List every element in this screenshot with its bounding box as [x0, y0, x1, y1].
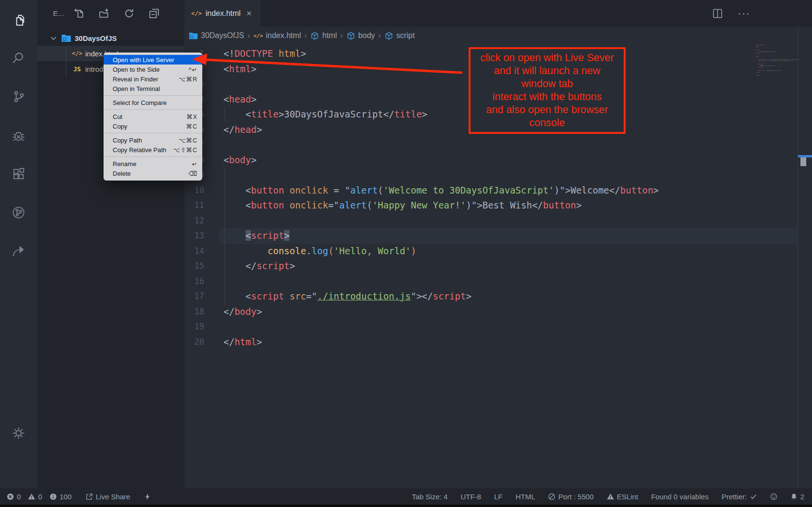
status-item-live-share[interactable]: Live Share	[86, 493, 131, 501]
line-number[interactable]: 19	[184, 319, 204, 335]
breadcrumb-label: script	[396, 31, 415, 40]
cube-icon	[310, 31, 319, 40]
status-item-notifications[interactable]: 2	[790, 493, 804, 501]
line-number[interactable]: 11	[184, 198, 204, 213]
status-item-lightning[interactable]	[144, 493, 151, 500]
activity-item-search[interactable]	[0, 43, 37, 72]
menu-item-shortcut: ⌫	[188, 170, 197, 177]
status-item-found-variables[interactable]: Found 0 variables	[651, 493, 708, 501]
activity-item-explorer[interactable]	[0, 5, 37, 34]
activity-item-gitlens[interactable]	[0, 198, 37, 227]
menu-item-label: Open to the Side	[113, 66, 160, 73]
menu-item-select-for-compare[interactable]: Select for Compare	[104, 98, 202, 107]
code-line-17[interactable]: 17 <script src="./introduction.js"></scr…	[184, 289, 798, 304]
scrollbar-thumb[interactable]	[800, 157, 806, 166]
menu-item-cut[interactable]: Cut ⌘X	[104, 112, 202, 121]
status-label: HTML	[515, 493, 535, 501]
line-number[interactable]: 15	[184, 259, 204, 274]
status-label: 0	[17, 493, 21, 501]
status-item-prettier[interactable]: Prettier:	[721, 493, 757, 501]
status-item-feedback-smiley[interactable]	[770, 493, 777, 500]
indent-guide	[224, 168, 225, 183]
activity-item-share[interactable]	[0, 236, 37, 265]
code-line-13[interactable]: 13 <script>	[184, 228, 798, 244]
chevron-down-icon[interactable]	[50, 34, 57, 42]
breadcrumb-item-30daysofjs[interactable]: 30DaysOfJS	[189, 31, 244, 40]
code-line-10[interactable]: 10 <button onclick = "alert('Welcome to …	[184, 183, 798, 198]
line-number[interactable]: 16	[184, 274, 204, 289]
status-item-tab-size[interactable]: Tab Size: 4	[412, 493, 447, 501]
folder-row-30DaysOfJS[interactable]: 30DaysOfJS	[37, 30, 184, 46]
code-line-12[interactable]: 12	[184, 213, 798, 229]
collapse-all-icon[interactable]	[149, 8, 160, 20]
menu-item-open-with-live-server[interactable]: Open with Live Server	[104, 55, 202, 65]
menu-item-shortcut: ⌥⇧⌘C	[173, 146, 197, 154]
annotation-line: and it will launch a new	[471, 65, 624, 78]
menu-item-copy[interactable]: Copy ⌘C	[104, 121, 202, 131]
menu-item-copy-path[interactable]: Copy Path ⌥⌘C	[104, 135, 202, 145]
line-number[interactable]: 13	[184, 228, 204, 244]
breadcrumb-label: body	[358, 31, 375, 40]
menu-item-label: Cut	[113, 113, 122, 120]
menu-item-reveal-in-finder[interactable]: Reveal in Finder ⌥⌘R	[104, 74, 202, 84]
code-line-7[interactable]: 7	[184, 137, 798, 153]
activity-item-source-control[interactable]	[0, 82, 37, 111]
status-item-encoding[interactable]: UTF-8	[460, 493, 481, 501]
menu-item-open-to-the-side[interactable]: Open to the Side ^↵	[104, 65, 202, 74]
code-line-16[interactable]: 16	[184, 274, 798, 289]
code-line-9[interactable]: 9	[184, 168, 798, 183]
status-item-infos[interactable]: 100	[50, 493, 72, 501]
indent-guide	[224, 213, 225, 229]
code-line-15[interactable]: 15 </script>	[184, 259, 798, 274]
refresh-icon[interactable]	[124, 8, 135, 20]
activity-bar	[0, 0, 37, 488]
code-line-11[interactable]: 11 <button onclick="alert('Happy New Yea…	[184, 198, 798, 213]
breadcrumb-item-body[interactable]: body	[346, 31, 375, 40]
code-line-18[interactable]: 18</body>	[184, 304, 798, 320]
breadcrumb-item-html[interactable]: html	[310, 31, 337, 40]
status-item-eol[interactable]: LF	[494, 493, 503, 501]
code-line-19[interactable]: 19	[184, 319, 798, 335]
menu-item-rename[interactable]: Rename ↵	[104, 159, 202, 169]
html-file-icon: </>	[71, 50, 83, 57]
js-file-icon: JS	[71, 65, 83, 73]
code-line-14[interactable]: 14 console.log('Hello, World')	[184, 244, 798, 259]
breadcrumb-label: html	[322, 31, 337, 40]
debug-icon	[11, 128, 26, 143]
new-folder-icon[interactable]	[99, 8, 110, 20]
more-actions-icon[interactable]: ···	[738, 8, 750, 19]
new-file-icon[interactable]	[74, 8, 85, 20]
menu-item-open-in-terminal[interactable]: Open in Terminal	[104, 84, 202, 93]
close-icon[interactable]: ×	[247, 9, 252, 18]
line-number[interactable]: 17	[184, 289, 204, 304]
activity-item-settings[interactable]	[0, 418, 37, 447]
status-label: ESLint	[617, 493, 638, 501]
line-number[interactable]: 14	[184, 244, 204, 259]
code-line-8[interactable]: 8<body>	[184, 153, 798, 168]
lightning-icon	[144, 493, 151, 500]
breadcrumb-item-script[interactable]: script	[384, 31, 415, 40]
line-number[interactable]: 12	[184, 213, 204, 229]
menu-item-delete[interactable]: Delete ⌫	[104, 169, 202, 178]
line-number[interactable]: 18	[184, 304, 204, 320]
activity-item-extensions[interactable]	[0, 159, 37, 188]
status-item-live-server-port[interactable]: Port : 5500	[548, 493, 593, 501]
menu-item-copy-relative-path[interactable]: Copy Relative Path ⌥⇧⌘C	[104, 145, 202, 155]
code-line-20[interactable]: 20</html>	[184, 335, 798, 350]
breadcrumb-separator: ›	[248, 31, 250, 40]
menu-item-label: Copy Path	[113, 137, 142, 144]
status-item-errors[interactable]: 0	[7, 493, 21, 501]
status-item-warnings[interactable]: 0	[28, 493, 42, 501]
split-editor-icon[interactable]	[712, 8, 723, 19]
line-number[interactable]: 10	[184, 183, 204, 198]
breadcrumb-item-index-html[interactable]: </>index.html	[253, 31, 301, 40]
status-item-eslint[interactable]: ESLint	[607, 493, 638, 501]
menu-item-shortcut: ⌘X	[186, 113, 197, 120]
menu-divider	[104, 95, 202, 96]
line-number[interactable]: 20	[184, 335, 204, 350]
tab-index-html[interactable]: </> index.html ×	[184, 0, 261, 26]
minimap[interactable]: <!DOCTYPE html><html><head> <title>30Day…	[756, 44, 800, 88]
activity-item-debug[interactable]	[0, 121, 37, 150]
status-item-language-mode[interactable]: HTML	[515, 493, 535, 501]
window-bottom-edge	[0, 505, 812, 507]
